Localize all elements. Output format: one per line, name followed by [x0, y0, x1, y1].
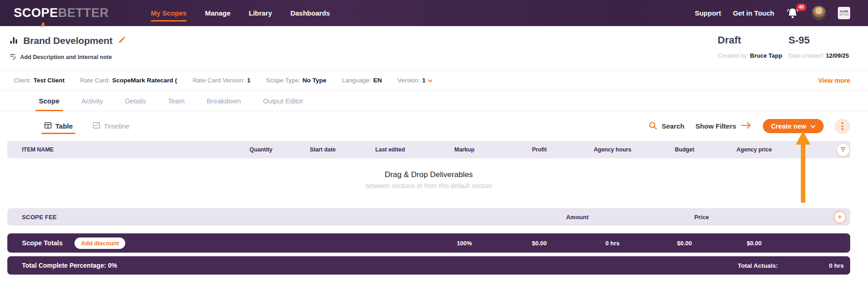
empty-drop-zone[interactable]: Drag & Drop Deliverables between section…	[7, 170, 850, 189]
arrow-right-icon	[740, 122, 752, 130]
col-agency-hours: Agency hours	[576, 146, 649, 153]
title-section: Brand Development Add Description and In…	[0, 26, 868, 70]
nav-dashboards[interactable]: Dashboards	[290, 0, 330, 26]
tab-output-editor[interactable]: Output Editor	[263, 91, 303, 111]
add-fee-button[interactable]: +	[834, 211, 846, 223]
scope-id: S-95	[788, 34, 849, 46]
user-avatar[interactable]	[812, 6, 826, 20]
get-in-touch-link[interactable]: Get in Touch	[733, 9, 774, 17]
search-icon	[649, 121, 657, 131]
subtab-table[interactable]: Table	[44, 111, 73, 141]
col-budget: Budget	[649, 146, 720, 153]
tab-team[interactable]: Team	[168, 91, 185, 111]
totals-markup: 100%	[426, 240, 503, 247]
nav-library[interactable]: Library	[249, 0, 272, 26]
app-header: SCOPEBETTER My Scopes Manage Library Das…	[0, 0, 868, 26]
totals-agency-price: $0.00	[720, 240, 788, 247]
scope-tabs: Scope Activity Details Team Breakdown Ou…	[0, 91, 868, 111]
scope-page: SCOPEBETTER My Scopes Manage Library Das…	[0, 0, 868, 297]
note-pencil-icon	[10, 53, 17, 61]
totals-profit: $0.00	[503, 240, 576, 247]
scope-totals-label: Scope Totals	[22, 239, 63, 247]
bell-icon	[786, 14, 799, 22]
meta-client: Client:Test Client	[14, 77, 64, 84]
show-filters-button[interactable]: Show Filters	[695, 122, 751, 130]
scope-meta-row: Client:Test Client Rate Card:ScopeMark R…	[0, 70, 868, 91]
totals-agency-hours: 0 hrs	[576, 240, 649, 247]
col-markup: Markup	[426, 146, 503, 153]
meta-rate-card: Rate Card:ScopeMark Ratecard (	[80, 77, 177, 84]
subtab-timeline[interactable]: Timeline	[93, 111, 129, 141]
scope-fee-label: SCOPE FEE	[22, 214, 57, 221]
col-start-date: Start date	[291, 146, 354, 153]
total-complete-label: Total Complete Percentage: 0%	[22, 262, 117, 269]
search-button[interactable]: Search	[649, 121, 684, 131]
page-title: Brand Development	[23, 35, 112, 46]
logo-text-scope: SCOPE	[14, 6, 58, 20]
edit-title-pencil-icon[interactable]	[118, 36, 126, 46]
created-by-value: Bruce Tapp	[750, 52, 783, 59]
date-created-label: Date created:	[788, 52, 824, 59]
tab-scope[interactable]: Scope	[39, 91, 59, 111]
scope-fee-row: SCOPE FEE Amount Price +	[7, 208, 850, 226]
meta-version-dropdown[interactable]: Version:1	[398, 77, 432, 84]
create-new-button[interactable]: Create new	[763, 119, 824, 133]
add-discount-button[interactable]: Add discount	[75, 238, 125, 249]
view-more-link[interactable]: View more	[818, 77, 850, 84]
annotation-arrow-shaft	[801, 144, 805, 203]
view-toolbar: Table Timeline	[0, 111, 868, 141]
notification-badge: 40	[796, 4, 806, 11]
add-description-button[interactable]: Add Description and Internal note	[10, 53, 112, 61]
meta-scope-type: Scope Type:No Type	[266, 77, 326, 84]
app-switcher-icon[interactable]: SCOPE BETTER	[838, 7, 850, 19]
annotation-arrow-head	[796, 131, 810, 145]
total-actuals-value: 0 hrs	[829, 262, 844, 269]
col-last-edited: Last edited	[354, 146, 426, 153]
empty-state-subtitle: between sections or from this default se…	[7, 182, 850, 189]
status-badge: Draft	[718, 34, 782, 46]
meta-language: Language:EN	[342, 77, 382, 84]
col-item-name: ITEM NAME	[7, 146, 231, 153]
col-agency-price: Agency price	[720, 146, 788, 153]
more-options-button[interactable]	[835, 119, 850, 134]
tab-breakdown[interactable]: Breakdown	[207, 91, 241, 111]
scope-totals-row: Scope Totals Add discount 100% $0.00 0 h…	[7, 233, 850, 253]
col-quantity: Quantity	[231, 146, 291, 153]
table-header-row: ITEM NAME Quantity Start date Last edite…	[7, 141, 850, 158]
fee-amount-header: Amount	[566, 214, 588, 221]
total-complete-row: Total Complete Percentage: 0% Total Actu…	[7, 256, 850, 275]
column-filter-button[interactable]	[837, 144, 849, 156]
support-link[interactable]: Support	[695, 9, 721, 17]
tab-activity[interactable]: Activity	[81, 91, 103, 111]
created-by-label: Created by:	[718, 52, 748, 59]
header-right-cluster: Support Get in Touch 40 SCOPE BETTER	[695, 0, 850, 26]
fee-price-header: Price	[694, 214, 709, 221]
timeline-icon	[93, 122, 100, 130]
chevron-down-icon	[810, 123, 815, 130]
date-created-value: 12/09/25	[826, 52, 849, 59]
total-actuals-label: Total Actuals:	[738, 262, 778, 269]
empty-state-title: Drag & Drop Deliverables	[7, 170, 850, 179]
meta-rate-card-version: Rate Card Version:1	[192, 77, 250, 84]
bar-chart-icon	[10, 36, 18, 46]
nav-manage[interactable]: Manage	[205, 0, 230, 26]
col-profit: Profit	[503, 146, 576, 153]
notifications-button[interactable]: 40	[786, 6, 800, 20]
table-grid-icon	[44, 122, 52, 130]
main-nav: My Scopes Manage Library Dashboards	[151, 0, 330, 26]
logo-text-better: BETTER	[58, 6, 109, 20]
nav-my-scopes[interactable]: My Scopes	[151, 0, 186, 26]
tab-details[interactable]: Details	[125, 91, 146, 111]
chevron-down-icon	[428, 77, 432, 84]
totals-budget: $0.00	[649, 240, 720, 247]
app-logo[interactable]: SCOPEBETTER	[14, 6, 109, 20]
